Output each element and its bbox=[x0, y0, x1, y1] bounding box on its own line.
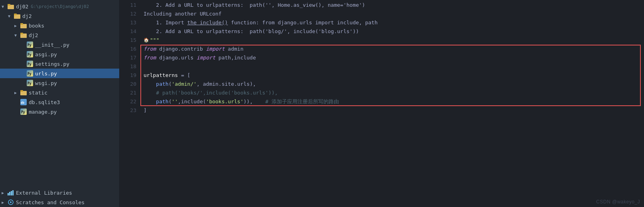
file-label: urls.py bbox=[35, 71, 57, 77]
code-line: 2. Add a URL to urlpatterns: path('', Ho… bbox=[140, 1, 644, 10]
code-line: urlpatterns = [ bbox=[140, 71, 644, 80]
sidebar-item-scratches[interactable]: Scratches and Consoles bbox=[0, 197, 119, 207]
code-line: Including another URLconf bbox=[140, 10, 644, 18]
sidebar-item-wsgi[interactable]: Py wsgi.py bbox=[0, 78, 119, 88]
code-token: 'books.urls' bbox=[206, 97, 244, 106]
file-label: __init__.py bbox=[35, 42, 69, 48]
sidebar-item-dj2-sub[interactable]: dj2 bbox=[0, 30, 119, 40]
svg-rect-24 bbox=[8, 193, 9, 195]
line-num: 14 bbox=[120, 27, 136, 36]
code-token: 2. Add a URL to urlpatterns: path('', Ho… bbox=[144, 1, 365, 10]
svg-rect-19 bbox=[20, 90, 23, 92]
code-token: 'admin/' bbox=[171, 80, 197, 89]
svg-rect-25 bbox=[9, 192, 10, 195]
sidebar: dj02 G:\project\Django\dj02 dj2 books dj… bbox=[0, 0, 120, 207]
folder-icon bbox=[14, 12, 21, 20]
folder-icon bbox=[20, 89, 27, 96]
py-icon: Py bbox=[26, 51, 33, 58]
file-label: wsgi.py bbox=[35, 80, 57, 86]
sidebar-item-settings[interactable]: Py settings.py bbox=[0, 59, 119, 69]
code-token: from bbox=[144, 45, 156, 53]
code-token: , admin.site.urls), bbox=[197, 80, 256, 89]
line-num: 12 bbox=[120, 10, 136, 18]
sidebar-item-urls[interactable]: Py urls.py bbox=[0, 69, 119, 78]
code-token: ] bbox=[144, 106, 147, 115]
arrow-icon bbox=[14, 24, 20, 28]
folder-label: static bbox=[29, 90, 47, 96]
sidebar-item-dj2-root[interactable]: dj2 bbox=[0, 11, 119, 21]
line-num: 20 bbox=[120, 80, 136, 89]
line-num: 22 bbox=[120, 97, 136, 106]
code-token: # 添加子应用注册后所写的路由 bbox=[265, 97, 339, 106]
scratches-label: Scratches and Consoles bbox=[16, 199, 85, 205]
svg-text:Py: Py bbox=[28, 72, 32, 76]
sidebar-item-init[interactable]: Py __init__.py bbox=[0, 40, 119, 49]
extlib-icon bbox=[7, 189, 14, 196]
sidebar-item-static[interactable]: static bbox=[0, 88, 119, 97]
sidebar-item-asgi[interactable]: Py asgi.py bbox=[0, 49, 119, 59]
code-line: from django.contrib import admin bbox=[140, 45, 644, 53]
sidebar-item-manage[interactable]: Py manage.py bbox=[0, 107, 119, 116]
code-line: ] bbox=[140, 106, 644, 115]
code-token: django.urls bbox=[156, 53, 197, 62]
line-num: 21 bbox=[120, 89, 136, 97]
file-label: db.sqlite3 bbox=[29, 99, 60, 105]
folder-icon bbox=[20, 22, 27, 29]
folder-icon bbox=[20, 32, 27, 39]
code-token: import bbox=[197, 53, 215, 62]
code-editor: 11 12 13 14 15 16 17 18 19 20 21 22 23 2… bbox=[120, 0, 644, 207]
file-label: settings.py bbox=[35, 61, 69, 67]
arrow-icon bbox=[8, 14, 14, 18]
code-line bbox=[140, 62, 644, 71]
code-token: 1. Import bbox=[144, 18, 187, 27]
line-num: 11 bbox=[120, 1, 136, 10]
svg-text:db: db bbox=[21, 101, 25, 104]
code-token: path,include bbox=[215, 53, 256, 62]
code-token: = [ bbox=[178, 71, 190, 80]
sidebar-item-db[interactable]: db db.sqlite3 bbox=[0, 97, 119, 107]
ext-lib-label: External Libraries bbox=[16, 190, 72, 196]
line-numbers: 11 12 13 14 15 16 17 18 19 20 21 22 23 bbox=[120, 0, 140, 207]
code-line: # path('books/',include('books.urls')), bbox=[140, 89, 644, 97]
svg-text:Py: Py bbox=[28, 63, 32, 66]
code-token: admin bbox=[225, 45, 244, 53]
code-token: ( bbox=[169, 80, 172, 89]
line-num: 19 bbox=[120, 71, 136, 80]
code-token: the include() bbox=[187, 18, 228, 27]
code-token: )), bbox=[243, 97, 265, 106]
sidebar-item-project[interactable]: dj02 G:\project\Django\dj02 bbox=[0, 2, 119, 11]
code-token: '' bbox=[171, 97, 178, 106]
code-area[interactable]: 11 12 13 14 15 16 17 18 19 20 21 22 23 2… bbox=[120, 0, 644, 207]
folder-icon bbox=[7, 3, 14, 10]
code-line: path('admin/', admin.site.urls), bbox=[140, 80, 644, 89]
file-label: asgi.py bbox=[35, 51, 57, 57]
svg-text:Py: Py bbox=[28, 53, 32, 57]
code-content[interactable]: 2. Add a URL to urlpatterns: path('', Ho… bbox=[140, 0, 644, 207]
db-icon: db bbox=[20, 99, 27, 106]
line-num: 23 bbox=[120, 106, 136, 115]
code-line: 🏠""" bbox=[140, 36, 644, 45]
py-icon: Py bbox=[26, 79, 33, 87]
svg-rect-26 bbox=[11, 191, 12, 195]
code-token bbox=[144, 80, 156, 89]
py-icon: Py bbox=[26, 70, 33, 77]
arrow-icon bbox=[14, 33, 20, 37]
arrow-icon bbox=[14, 91, 20, 95]
py-icon: Py bbox=[26, 60, 33, 67]
file-label: manage.py bbox=[29, 109, 57, 115]
py-icon: Py bbox=[20, 108, 27, 115]
sidebar-item-external-libraries[interactable]: External Libraries bbox=[0, 188, 119, 197]
sidebar-item-books[interactable]: books bbox=[0, 21, 119, 30]
code-token bbox=[144, 97, 156, 106]
arrow-icon bbox=[2, 191, 7, 195]
line-num: 13 bbox=[120, 18, 136, 27]
folder-label: dj2 bbox=[22, 13, 32, 19]
project-label: dj02 bbox=[16, 4, 28, 10]
code-token: # path('books/',include('books.urls')), bbox=[144, 89, 278, 97]
code-token: """ bbox=[150, 36, 159, 45]
code-line: from django.urls import path,include bbox=[140, 53, 644, 62]
py-icon: Py bbox=[26, 41, 33, 48]
code-token: path bbox=[156, 97, 168, 106]
arrow-icon bbox=[2, 4, 7, 9]
code-token: path bbox=[156, 80, 168, 89]
